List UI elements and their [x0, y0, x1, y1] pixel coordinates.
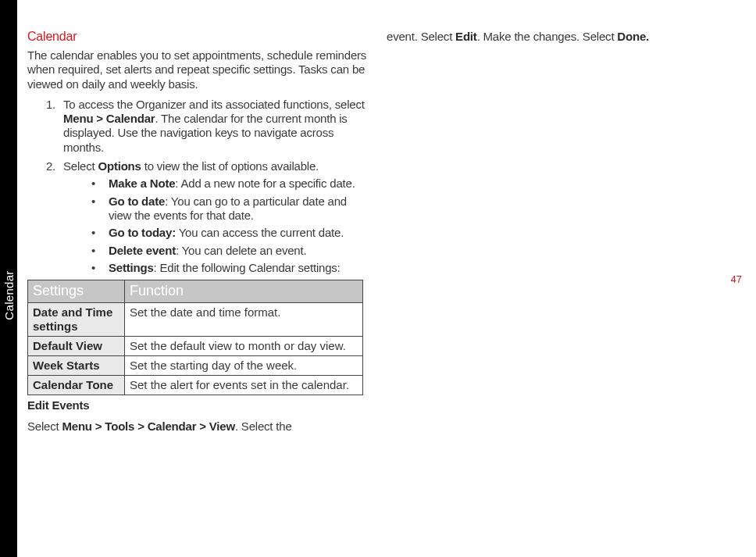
- section-heading-calendar: Calendar: [27, 30, 367, 44]
- table-cell-key: Week Starts: [28, 355, 125, 375]
- option-desc: You can delete an event.: [182, 244, 307, 257]
- table-header-function: Function: [125, 280, 363, 303]
- options-list: Make a Note: Add a new note for a specif…: [63, 177, 367, 275]
- table-cell-key: Calendar Tone: [28, 375, 125, 395]
- step-2-post: to view the list of options available.: [141, 159, 319, 173]
- table-header-settings: Settings: [28, 280, 125, 303]
- col2-pre: event. Select: [387, 30, 455, 43]
- step-1-pre: To access the Organizer and its associat…: [63, 98, 365, 111]
- option-label: Go to today:: [109, 226, 176, 239]
- step-1: To access the Organizer and its associat…: [59, 98, 367, 155]
- settings-table: Settings Function Date and Time settings…: [27, 280, 363, 395]
- option-sep: :: [165, 195, 171, 208]
- edit-events-line: Select Menu > Tools > Calendar > View. S…: [27, 420, 367, 434]
- steps-list: To access the Organizer and its associat…: [27, 98, 367, 275]
- option-sep: :: [154, 261, 160, 274]
- edit-events-post: . Select the: [235, 420, 292, 433]
- col2-line: event. Select Edit. Make the changes. Se…: [387, 30, 726, 44]
- column-left: Calendar The calendar enables you to set…: [27, 30, 367, 440]
- table-row: Calendar Tone Set the alert for events s…: [28, 375, 363, 395]
- edit-events-pre: Select: [27, 420, 62, 433]
- option-delete-event: Delete event: You can delete an event.: [91, 244, 367, 258]
- table-cell-value: Set the default view to month or day vie…: [125, 336, 363, 355]
- col2-bold-done: Done.: [617, 30, 649, 43]
- table-cell-key: Date and Time settings: [28, 302, 125, 336]
- table-row: Week Starts Set the starting day of the …: [28, 355, 363, 375]
- option-go-to-date: Go to date: You can go to a particular d…: [91, 195, 367, 223]
- edit-events-bold: Menu > Tools > Calendar > View: [62, 420, 234, 433]
- step-1-bold: Menu > Calendar: [63, 112, 155, 125]
- table-cell-key: Default View: [28, 336, 125, 355]
- option-label: Make a Note: [109, 177, 175, 190]
- option-go-to-today: Go to today: You can access the current …: [91, 226, 367, 240]
- option-settings: Settings: Edit the following Calendar se…: [91, 261, 367, 275]
- option-desc: Edit the following Calendar settings:: [160, 261, 341, 274]
- column-right: event. Select Edit. Make the changes. Se…: [387, 30, 726, 50]
- table-cell-value: Set the starting day of the week.: [125, 355, 363, 375]
- col2-mid: . Make the changes. Select: [477, 30, 618, 43]
- option-label: Go to date: [109, 195, 165, 208]
- option-sep: :: [176, 244, 182, 257]
- table-header-row: Settings Function: [28, 280, 363, 303]
- step-2: Select Options to view the list of optio…: [59, 159, 367, 275]
- table-cell-value: Set the alert for events set in the cale…: [125, 375, 363, 395]
- option-make-a-note: Make a Note: Add a new note for a specif…: [91, 177, 367, 191]
- table-row: Default View Set the default view to mon…: [28, 336, 363, 355]
- option-desc: Add a new note for a specific date.: [180, 177, 355, 190]
- spine-label: Calendar: [2, 270, 16, 320]
- option-label: Settings: [109, 261, 154, 274]
- col2-bold-edit: Edit: [455, 30, 477, 43]
- table-cell-value: Set the date and time format.: [125, 302, 363, 336]
- intro-paragraph: The calendar enables you to set appointm…: [27, 48, 367, 91]
- side-spine: Calendar: [0, 0, 17, 557]
- step-2-bold: Options: [98, 159, 141, 173]
- option-desc: You can access the current date.: [179, 226, 344, 239]
- option-label: Delete event: [109, 244, 176, 257]
- step-2-pre: Select: [63, 159, 98, 173]
- edit-events-subheading: Edit Events: [27, 398, 367, 412]
- page-content: Calendar The calendar enables you to set…: [27, 30, 756, 527]
- table-row: Date and Time settings Set the date and …: [28, 302, 363, 336]
